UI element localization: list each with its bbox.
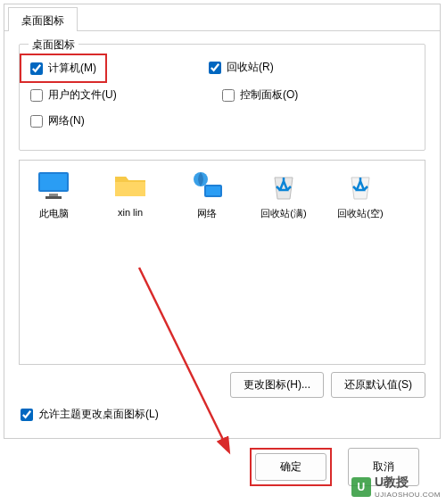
icon-label: 回收站(满) — [257, 207, 310, 220]
label-userfiles: 用户的文件(U) — [48, 87, 117, 103]
checkbox-ctrlpanel[interactable] — [222, 89, 235, 102]
svg-rect-2 — [49, 194, 58, 196]
check-network[interactable]: 网络(N) — [30, 113, 222, 128]
icon-network[interactable]: 网络 — [180, 169, 234, 220]
restore-defaults-button[interactable]: 还原默认值(S) — [331, 372, 425, 398]
icon-label: xin lin — [103, 207, 157, 218]
check-computer[interactable]: 计算机(M) — [30, 61, 96, 76]
change-icon-button[interactable]: 更改图标(H)... — [230, 372, 324, 398]
watermark-logo-icon: U — [351, 477, 371, 497]
svg-rect-1 — [40, 174, 67, 190]
recycle-empty-icon — [343, 169, 378, 202]
icon-recycle-empty[interactable]: 回收站(空) — [334, 169, 387, 220]
label-ctrlpanel: 控制面板(O) — [240, 87, 298, 103]
icon-action-row: 更改图标(H)... 还原默认值(S) — [19, 372, 425, 398]
checkbox-userfiles[interactable] — [30, 89, 43, 102]
monitor-icon — [36, 169, 71, 202]
tab-strip: 桌面图标 — [4, 4, 440, 31]
label-allow-theme: 允许主题更改桌面图标(L) — [38, 407, 159, 422]
allow-theme-check[interactable]: 允许主题更改桌面图标(L) — [21, 407, 424, 422]
checkbox-recycle[interactable] — [209, 62, 221, 74]
label-network: 网络(N) — [48, 113, 85, 128]
icon-label: 此电脑 — [27, 207, 80, 220]
icon-preview-panel: 此电脑 xin lin 网络 — [19, 160, 425, 365]
label-recycle: 回收站(R) — [227, 60, 274, 75]
ok-button[interactable]: 确定 — [255, 453, 326, 481]
check-userfiles[interactable]: 用户的文件(U) — [30, 87, 222, 103]
icon-label: 回收站(空) — [334, 207, 387, 220]
dialog-content: 桌面图标 计算机(M) 回收站(R) 用户的文件(U) — [4, 31, 440, 429]
desktop-icons-group: 桌面图标 计算机(M) 回收站(R) 用户的文件(U) — [19, 44, 425, 151]
check-recycle[interactable]: 回收站(R) — [209, 60, 311, 75]
icon-this-pc[interactable]: 此电脑 — [27, 169, 80, 220]
icon-grid: 此电脑 xin lin 网络 — [27, 169, 417, 220]
highlight-computer: 计算机(M) — [20, 54, 107, 83]
checkbox-allow-theme[interactable] — [21, 409, 33, 421]
svg-rect-6 — [206, 186, 220, 195]
watermark-url: UJIAOSHOU.COM — [375, 491, 441, 499]
svg-rect-3 — [45, 196, 62, 199]
network-icon — [189, 169, 225, 202]
checkbox-network[interactable] — [30, 115, 43, 128]
icon-user-folder[interactable]: xin lin — [103, 169, 157, 220]
checkbox-computer[interactable] — [30, 62, 43, 75]
group-title: 桌面图标 — [29, 37, 78, 53]
icon-recycle-full[interactable]: 回收站(满) — [257, 169, 310, 220]
highlight-ok: 确定 — [250, 448, 332, 486]
label-computer: 计算机(M) — [48, 61, 96, 76]
watermark-brand: U教授 — [375, 475, 441, 491]
check-ctrlpanel[interactable]: 控制面板(O) — [222, 87, 414, 103]
watermark: U U教授 UJIAOSHOU.COM — [351, 475, 441, 499]
desktop-icons-dialog: 桌面图标 桌面图标 计算机(M) 回收站(R) 用户的文件(U) — [4, 4, 441, 439]
icon-label: 网络 — [180, 207, 234, 220]
recycle-full-icon — [266, 169, 301, 202]
tab-desktop-icons[interactable]: 桌面图标 — [8, 7, 78, 31]
folder-icon — [112, 169, 148, 202]
